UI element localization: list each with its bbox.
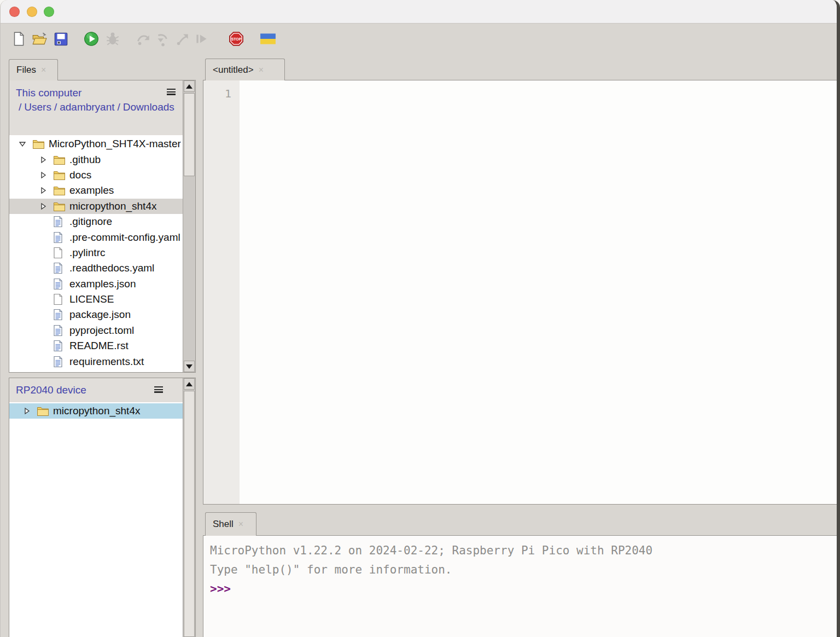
tree-item-label: requirements.txt [69, 356, 144, 368]
expander-collapsed-icon[interactable] [39, 202, 53, 211]
hamburger-menu-icon [167, 89, 178, 95]
tab-untitled-label: <untitled> [213, 65, 254, 76]
triangle-up-icon [186, 84, 192, 89]
breadcrumb: This computer/Users/adambryant/Downloads [9, 80, 183, 135]
shell-output-line: MicroPython v1.22.2 on 2024-02-22; Raspb… [210, 541, 833, 560]
stop-button[interactable]: STOP [228, 31, 244, 47]
tree-item--gitignore[interactable]: .gitignore [9, 214, 183, 229]
resume-icon [193, 31, 209, 47]
tree-item--pylintrc[interactable]: .pylintrc [9, 245, 183, 260]
tree-item--github[interactable]: .github [9, 152, 183, 167]
tree-item-label: micropython_sht4x [69, 200, 156, 212]
files-menu-button[interactable] [167, 88, 178, 97]
scrollbar-thumb[interactable] [184, 391, 195, 637]
new-file-icon [10, 31, 27, 47]
new-file-button[interactable] [10, 31, 27, 47]
scrollbar-thumb[interactable] [184, 93, 195, 176]
line-number: 1 [203, 86, 231, 101]
file-lines-icon [53, 340, 68, 352]
tab-shell-label: Shell [213, 519, 234, 530]
tree-item-label: MicroPython_SHT4X-master [49, 138, 181, 150]
files-tree: MicroPython_SHT4X-master.githubdocsexamp… [9, 135, 183, 372]
resume-button[interactable] [193, 31, 209, 47]
stop-sign-icon: STOP [228, 31, 244, 47]
tree-item-label: micropython_sht4x [53, 405, 140, 417]
ukraine-flag-button[interactable] [260, 31, 276, 47]
breadcrumb-root[interactable]: This computer [16, 86, 164, 100]
tree-item-requirements-txt[interactable]: requirements.txt [9, 354, 183, 369]
tree-item-micropython-sht4x[interactable]: micropython_sht4x [9, 199, 183, 214]
breadcrumb-segment-downloads[interactable]: Downloads [123, 101, 174, 113]
tree-item-docs[interactable]: docs [9, 167, 183, 183]
code-editor-area[interactable] [240, 80, 837, 504]
tree-item-license[interactable]: LICENSE [9, 292, 183, 307]
step-out-button[interactable] [174, 31, 190, 47]
step-out-icon [174, 31, 190, 47]
file-lines-icon [53, 231, 68, 244]
shell-panel: MicroPython v1.22.2 on 2024-02-22; Raspb… [203, 535, 837, 637]
close-window-button[interactable] [9, 7, 20, 17]
tree-item-micropython-sht4x[interactable]: micropython_sht4x [9, 403, 183, 419]
step-into-button[interactable] [155, 31, 171, 47]
run-button[interactable] [83, 31, 100, 47]
tree-item-pyproject-toml[interactable]: pyproject.toml [9, 323, 183, 338]
shell-output-area[interactable]: MicroPython v1.22.2 on 2024-02-22; Raspb… [203, 536, 837, 637]
expander-collapsed-icon[interactable] [39, 186, 53, 195]
debug-button[interactable] [104, 31, 121, 47]
tree-item-label: examples [69, 184, 114, 196]
triangle-down-icon [186, 364, 192, 369]
tree-item-package-json[interactable]: package.json [9, 307, 183, 322]
folder-icon [53, 185, 68, 196]
tab-untitled-close-icon[interactable]: × [259, 66, 264, 74]
expander-collapsed-icon[interactable] [39, 155, 53, 164]
thonny-window: STOP Files × This computer/Users/adambry… [0, 0, 840, 637]
expander-expanded-icon[interactable] [18, 140, 32, 148]
files-scrollbar[interactable] [183, 80, 195, 372]
zoom-window-button[interactable] [44, 7, 54, 17]
file-lines-icon [53, 325, 68, 337]
file-lines-icon [53, 262, 68, 274]
tree-item-micropython-sht4x-master[interactable]: MicroPython_SHT4X-master [9, 136, 183, 152]
tree-item-examples[interactable]: examples [9, 183, 183, 198]
minimize-window-button[interactable] [27, 7, 37, 17]
device-scrollbar[interactable] [183, 378, 195, 637]
tree-item--pre-commit-config-yaml[interactable]: .pre-commit-config.yaml [9, 229, 183, 245]
scroll-down-button[interactable] [184, 361, 195, 372]
tree-item-label: examples.json [69, 278, 136, 290]
tree-item-label: LICENSE [69, 293, 114, 305]
breadcrumb-segment-adambryant[interactable]: adambryant [60, 101, 114, 113]
tree-item-readme-rst[interactable]: README.rst [9, 338, 183, 354]
titlebar [1, 0, 837, 24]
folder-icon [53, 154, 68, 165]
tree-item-label: README.rst [69, 340, 129, 352]
tab-shell[interactable]: Shell × [205, 512, 256, 536]
expander-collapsed-icon[interactable] [39, 171, 53, 179]
device-panel: RP2040 device micropython_sht4x [9, 378, 196, 637]
line-number-gutter: 1 [203, 80, 240, 504]
open-file-button[interactable] [31, 31, 48, 47]
files-panel: This computer/Users/adambryant/Downloads… [9, 80, 196, 373]
triangle-up-icon [186, 382, 192, 386]
folder-icon [53, 201, 68, 212]
breadcrumb-segment-users[interactable]: Users [24, 101, 51, 113]
device-menu-button[interactable] [154, 386, 165, 395]
file-lines-icon [53, 216, 68, 228]
device-panel-header: RP2040 device [9, 378, 183, 402]
tree-item--readthedocs-yaml[interactable]: .readthedocs.yaml [9, 260, 183, 276]
scroll-up-button[interactable] [184, 378, 195, 390]
ukraine-flag-icon [260, 31, 276, 47]
save-file-button[interactable] [52, 31, 69, 47]
tree-item-label: .github [69, 154, 101, 166]
tab-shell-close-icon[interactable]: × [238, 520, 243, 529]
expander-collapsed-icon[interactable] [22, 407, 37, 415]
tree-item-examples-json[interactable]: examples.json [9, 276, 183, 292]
tab-untitled[interactable]: <untitled> × [205, 59, 285, 80]
tab-files[interactable]: Files × [9, 59, 58, 80]
tree-item-label: .pre-commit-config.yaml [69, 231, 180, 244]
tab-files-close-icon[interactable]: × [41, 66, 46, 74]
file-plain-icon [53, 247, 68, 259]
device-panel-title: RP2040 device [16, 384, 86, 396]
scroll-up-button[interactable] [184, 80, 195, 92]
step-over-button[interactable] [135, 31, 151, 47]
tree-item-label: pyproject.toml [69, 325, 134, 337]
